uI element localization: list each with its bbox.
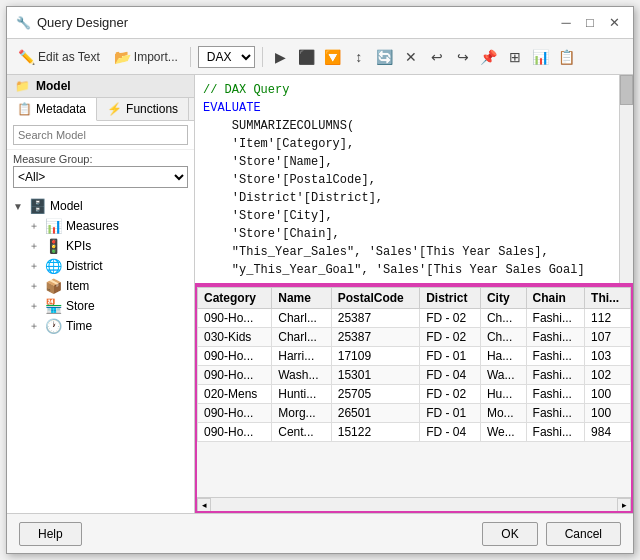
query-line-2: EVALUATE [203, 99, 625, 117]
query-editor[interactable]: // DAX Query EVALUATE SUMMARIZECOLUMNS( … [195, 75, 633, 285]
delete-button[interactable]: ✕ [400, 46, 422, 68]
cell: Fashi... [526, 309, 585, 328]
window-title: Query Designer [37, 15, 128, 30]
cell: Fashi... [526, 347, 585, 366]
query-line-7: 'District'[District], [203, 189, 625, 207]
expander-item: ＋ [29, 279, 41, 293]
time-icon: 🕐 [45, 318, 62, 334]
metadata-icon: 📋 [17, 102, 32, 116]
cell: Ch... [480, 328, 526, 347]
col-postalcode: PostalCode [331, 288, 419, 309]
cell: FD - 02 [420, 328, 481, 347]
tree-item-district[interactable]: ＋ 🌐 District [7, 256, 194, 276]
query-scrollbar[interactable] [619, 75, 633, 283]
table-row[interactable]: 030-Kids Charl... 25387 FD - 02 Ch... Fa… [198, 328, 631, 347]
sort-button[interactable]: ↕ [348, 46, 370, 68]
query-type-select[interactable]: DAX MDX [198, 46, 255, 68]
table-row[interactable]: 090-Ho... Morg... 26501 FD - 01 Mo... Fa… [198, 404, 631, 423]
cell: 090-Ho... [198, 366, 272, 385]
cell: Ha... [480, 347, 526, 366]
tree-label-model: Model [50, 199, 83, 213]
tree-item-kpis[interactable]: ＋ 🚦 KPIs [7, 236, 194, 256]
left-panel: 📁 Model 📋 Metadata ⚡ Functions Measure G… [7, 75, 195, 513]
functions-label: Functions [126, 102, 178, 116]
minimize-button[interactable]: ─ [555, 12, 577, 34]
cell: 107 [585, 328, 631, 347]
tab-functions[interactable]: ⚡ Functions [97, 98, 189, 120]
close-button[interactable]: ✕ [603, 12, 625, 34]
table-row[interactable]: 090-Ho... Charl... 25387 FD - 02 Ch... F… [198, 309, 631, 328]
run-query-button[interactable]: ▶ [270, 46, 292, 68]
cell: 984 [585, 423, 631, 442]
filter-button[interactable]: 🔽 [322, 46, 344, 68]
table-button[interactable]: 📋 [556, 46, 578, 68]
maximize-button[interactable]: □ [579, 12, 601, 34]
undo-button[interactable]: ↩ [426, 46, 448, 68]
edit-as-text-button[interactable]: ✏️ Edit as Text [13, 47, 105, 67]
chart-button[interactable]: 📊 [530, 46, 552, 68]
table-row[interactable]: 020-Mens Hunti... 25705 FD - 02 Hu... Fa… [198, 385, 631, 404]
cell: FD - 02 [420, 309, 481, 328]
model-icon: 🗄️ [29, 198, 46, 214]
col-thi: Thi... [585, 288, 631, 309]
search-box [7, 121, 194, 150]
cancel-button[interactable]: Cancel [546, 522, 621, 546]
table-row[interactable]: 090-Ho... Cent... 15122 FD - 04 We... Fa… [198, 423, 631, 442]
tree-label-measures: Measures [66, 219, 119, 233]
title-bar: 🔧 Query Designer ─ □ ✕ [7, 7, 633, 39]
measure-group-select[interactable]: <All> [13, 166, 188, 188]
search-input[interactable] [13, 125, 188, 145]
expander-store: ＋ [29, 299, 41, 313]
horizontal-scrollbar[interactable]: ◂ ▸ [197, 497, 631, 511]
edit-icon: ✏️ [18, 49, 35, 65]
expander-measures: ＋ [29, 219, 41, 233]
tree-item-item[interactable]: ＋ 📦 Item [7, 276, 194, 296]
h-scroll-track [211, 498, 617, 511]
tab-metadata[interactable]: 📋 Metadata [7, 98, 97, 121]
table-body: 090-Ho... Charl... 25387 FD - 02 Ch... F… [198, 309, 631, 442]
tree-item-model[interactable]: ▼ 🗄️ Model [7, 196, 194, 216]
query-line-11: "y_This_Year_Goal", 'Sales'[This Year Sa… [203, 261, 625, 279]
refresh-button[interactable]: 🔄 [374, 46, 396, 68]
query-scroll-thumb [620, 75, 633, 105]
cell: 090-Ho... [198, 347, 272, 366]
separator-2 [262, 47, 263, 67]
tree-label-kpis: KPIs [66, 239, 91, 253]
cell: 020-Mens [198, 385, 272, 404]
right-panel: // DAX Query EVALUATE SUMMARIZECOLUMNS( … [195, 75, 633, 513]
grid-button[interactable]: ⊞ [504, 46, 526, 68]
bookmark-button[interactable]: 📌 [478, 46, 500, 68]
expander-kpis: ＋ [29, 239, 41, 253]
col-city: City [480, 288, 526, 309]
results-table: Category Name PostalCode District City C… [197, 287, 631, 442]
store-icon: 🏪 [45, 298, 62, 314]
tree-item-measures[interactable]: ＋ 📊 Measures [7, 216, 194, 236]
col-name: Name [272, 288, 332, 309]
cell: 26501 [331, 404, 419, 423]
query-line-10: "This_Year_Sales", 'Sales'[This Year Sal… [203, 243, 625, 261]
cancel-query-button[interactable]: ⬛ [296, 46, 318, 68]
cell: We... [480, 423, 526, 442]
table-row[interactable]: 090-Ho... Wash... 15301 FD - 04 Wa... Fa… [198, 366, 631, 385]
metadata-label: Metadata [36, 102, 86, 116]
tree-item-time[interactable]: ＋ 🕐 Time [7, 316, 194, 336]
table-row[interactable]: 090-Ho... Harri... 17109 FD - 01 Ha... F… [198, 347, 631, 366]
toolbar: ✏️ Edit as Text 📂 Import... DAX MDX ▶ ⬛ … [7, 39, 633, 75]
scroll-left-button[interactable]: ◂ [197, 498, 211, 512]
cell: 17109 [331, 347, 419, 366]
tree-label-item: Item [66, 279, 89, 293]
comment-text: // DAX Query [203, 83, 289, 97]
header-row: Category Name PostalCode District City C… [198, 288, 631, 309]
panel-title: Model [36, 79, 71, 93]
redo-button[interactable]: ↪ [452, 46, 474, 68]
ok-button[interactable]: OK [482, 522, 537, 546]
item-icon: 📦 [45, 278, 62, 294]
scroll-right-button[interactable]: ▸ [617, 498, 631, 512]
tree-item-store[interactable]: ＋ 🏪 Store [7, 296, 194, 316]
query-line-5: 'Store'[Name], [203, 153, 625, 171]
col-district: District [420, 288, 481, 309]
table-container[interactable]: Category Name PostalCode District City C… [197, 287, 631, 497]
help-button[interactable]: Help [19, 522, 82, 546]
import-button[interactable]: 📂 Import... [109, 47, 183, 67]
cell: FD - 01 [420, 347, 481, 366]
